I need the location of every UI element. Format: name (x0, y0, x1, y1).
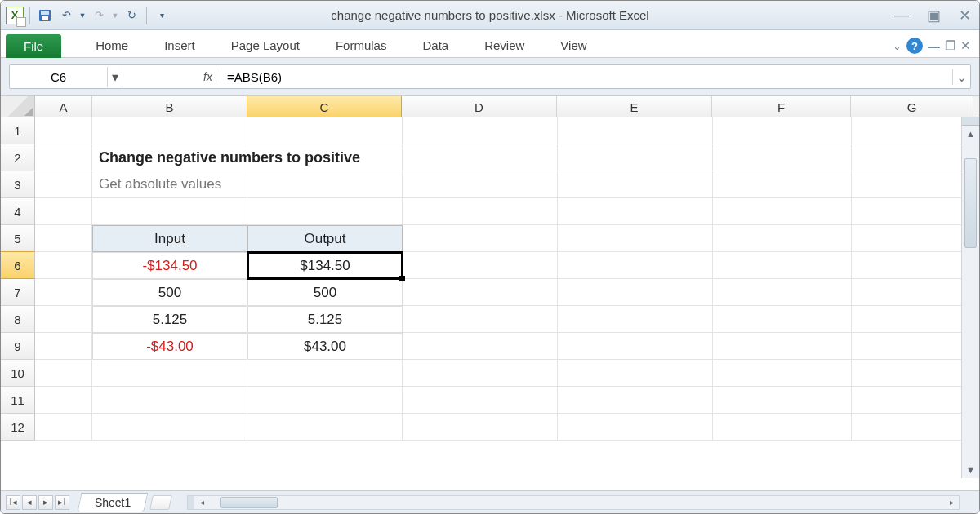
column-header-A[interactable]: A (35, 96, 92, 117)
cell-D8[interactable] (403, 306, 558, 333)
cell-A9[interactable] (35, 333, 92, 360)
cell-B6[interactable]: -$134.50 (92, 252, 247, 279)
repeat-button[interactable]: ↻ (122, 7, 140, 24)
formula-input[interactable]: =ABS(B6) (220, 70, 952, 84)
grid-rows[interactable]: 12Change negative numbers to positive3Ge… (1, 117, 979, 441)
cell-G9[interactable] (852, 333, 974, 360)
row-header-7[interactable]: 7 (1, 279, 35, 306)
row-header-5[interactable]: 5 (1, 225, 35, 252)
cell-B4[interactable] (92, 198, 247, 225)
column-header-D[interactable]: D (402, 96, 557, 117)
cell-G5[interactable] (852, 225, 974, 252)
cell-E3[interactable] (558, 171, 713, 198)
row-header-4[interactable]: 4 (1, 198, 35, 225)
cell-E5[interactable] (558, 225, 713, 252)
tab-view[interactable]: View (542, 33, 604, 57)
name-box-dropdown[interactable]: ▾ (108, 65, 122, 88)
cell-B7[interactable]: 500 (92, 279, 247, 306)
cell-B11[interactable] (92, 387, 247, 414)
cell-G1[interactable] (852, 117, 974, 144)
scroll-right-button[interactable]: ▸ (944, 498, 959, 507)
cell-A1[interactable] (35, 117, 92, 144)
tab-review[interactable]: Review (466, 33, 542, 57)
name-box[interactable]: C6 (10, 67, 108, 87)
cell-G7[interactable] (852, 279, 974, 306)
cell-A8[interactable] (35, 306, 92, 333)
hsplit-icon[interactable] (188, 496, 194, 509)
cell-C10[interactable] (247, 360, 403, 387)
redo-dropdown[interactable]: ▼ (111, 7, 119, 24)
cell-C12[interactable] (247, 414, 403, 441)
cell-E9[interactable] (558, 333, 713, 360)
column-header-F[interactable]: F (712, 96, 851, 117)
cell-B5[interactable]: Input (92, 225, 247, 252)
cell-B10[interactable] (92, 360, 247, 387)
cell-G11[interactable] (852, 387, 974, 414)
cell-A7[interactable] (35, 279, 92, 306)
cell-C4[interactable] (247, 198, 403, 225)
undo-button[interactable]: ↶ (57, 7, 75, 24)
next-sheet-button[interactable]: ▸ (38, 495, 53, 510)
workbook-restore-button[interactable]: ❐ (945, 38, 956, 53)
last-sheet-button[interactable]: ▸I (55, 495, 69, 510)
cell-D10[interactable] (403, 360, 558, 387)
cell-D3[interactable] (403, 171, 558, 198)
horizontal-scrollbar[interactable]: ◂ ▸ (187, 495, 960, 510)
row-header-2[interactable]: 2 (1, 144, 35, 171)
workbook-minimize-button[interactable]: — (928, 39, 940, 53)
row-header-3[interactable]: 3 (1, 171, 35, 198)
row-header-6[interactable]: 6 (1, 251, 35, 279)
cell-C6[interactable]: $134.50 (247, 252, 403, 279)
cell-F8[interactable] (713, 306, 852, 333)
cell-A11[interactable] (35, 387, 92, 414)
cell-A2[interactable] (35, 144, 92, 171)
tab-data[interactable]: Data (404, 33, 466, 57)
minimize-button[interactable]: — (894, 7, 909, 24)
cell-D12[interactable] (403, 414, 558, 441)
cell-D6[interactable] (403, 252, 558, 279)
cell-G12[interactable] (852, 414, 974, 441)
cell-C5[interactable]: Output (247, 225, 403, 252)
cell-F10[interactable] (713, 360, 852, 387)
cell-D5[interactable] (403, 225, 558, 252)
cell-D7[interactable] (403, 279, 558, 306)
scroll-up-button[interactable]: ▲ (962, 126, 979, 142)
maximize-button[interactable]: ▣ (927, 7, 941, 24)
cell-E2[interactable] (558, 144, 713, 171)
file-tab[interactable]: File (6, 34, 61, 58)
tab-formulas[interactable]: Formulas (318, 33, 405, 57)
first-sheet-button[interactable]: I◂ (6, 495, 20, 510)
cell-A6[interactable] (35, 252, 92, 279)
tab-page-layout[interactable]: Page Layout (213, 33, 318, 57)
sheet-tab-sheet1[interactable]: Sheet1 (78, 493, 149, 512)
help-button[interactable]: ? (906, 38, 923, 54)
cell-F6[interactable] (713, 252, 852, 279)
cell-G8[interactable] (852, 306, 974, 333)
cell-E8[interactable] (558, 306, 713, 333)
tab-home[interactable]: Home (78, 33, 146, 57)
vertical-scroll-thumb[interactable] (964, 158, 977, 248)
scroll-down-button[interactable]: ▼ (962, 462, 979, 478)
cell-E10[interactable] (558, 360, 713, 387)
column-header-B[interactable]: B (92, 96, 247, 117)
cell-D9[interactable] (403, 333, 558, 360)
fx-icon[interactable]: fx (196, 70, 220, 83)
cell-C9[interactable]: $43.00 (247, 333, 403, 360)
split-box-icon[interactable] (962, 117, 979, 126)
cell-C3[interactable] (247, 171, 403, 198)
expand-formula-bar-button[interactable]: ⌄ (952, 69, 970, 85)
cell-D4[interactable] (403, 198, 558, 225)
cell-C8[interactable]: 5.125 (247, 306, 403, 333)
horizontal-scroll-thumb[interactable] (220, 497, 278, 508)
prev-sheet-button[interactable]: ◂ (22, 495, 37, 510)
minimize-ribbon-button[interactable]: ⌄ (893, 40, 902, 52)
new-sheet-button[interactable] (149, 495, 172, 510)
cell-C7[interactable]: 500 (247, 279, 403, 306)
cell-F3[interactable] (713, 171, 852, 198)
cell-F1[interactable] (713, 117, 852, 144)
close-button[interactable]: ✕ (959, 7, 971, 24)
cell-E12[interactable] (558, 414, 713, 441)
cell-E11[interactable] (558, 387, 713, 414)
select-all-corner[interactable] (1, 96, 35, 117)
cell-A12[interactable] (35, 414, 92, 441)
